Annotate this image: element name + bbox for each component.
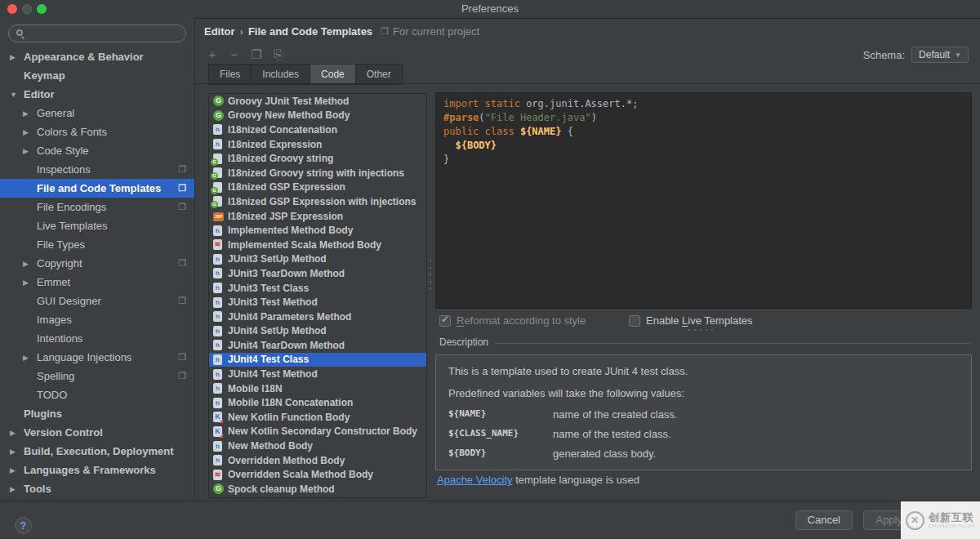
template-list-item[interactable]: Spock cleanup Method <box>209 482 426 497</box>
vertical-splitter-handle[interactable] <box>428 260 433 289</box>
template-list-item[interactable]: I18nized GSP Expression <box>209 180 426 195</box>
chevron-right-icon[interactable]: ▶ <box>23 260 37 268</box>
sidebar-item-code-style[interactable]: ▶Code Style <box>0 141 194 160</box>
template-list-item[interactable]: New Kotlin Function Body <box>209 410 426 425</box>
dialog-footer: ? Cancel Apply <box>0 501 980 539</box>
template-list-item[interactable]: I18nized Groovy string <box>209 151 426 166</box>
template-list-item[interactable]: JUnit4 Test Method <box>209 367 426 381</box>
sidebar-item-images[interactable]: Images <box>0 310 194 329</box>
template-list-item[interactable]: New Method Body <box>209 439 426 453</box>
template-list-item[interactable]: JUnit3 Test Class <box>209 281 426 296</box>
sidebar-item-spelling[interactable]: Spelling❐ <box>0 367 194 385</box>
tab-other[interactable]: Other <box>355 64 403 85</box>
kotlin-file-icon <box>213 412 222 422</box>
template-list-item-selected[interactable]: JUnit4 Test Class <box>209 353 426 368</box>
chevron-right-icon[interactable]: ▶ <box>23 354 37 362</box>
live-templates-checkbox[interactable]: Enable Live Templates <box>629 314 753 327</box>
template-list-item[interactable]: JUnit4 SetUp Method <box>209 324 426 339</box>
sidebar-item-file-encodings[interactable]: File Encodings❐ <box>0 198 194 216</box>
sidebar-item-colors-fonts[interactable]: ▶Colors & Fonts <box>0 122 194 141</box>
sidebar-item-languages-frameworks[interactable]: ▶Languages & Frameworks <box>0 461 194 479</box>
chevron-right-icon[interactable]: ▶ <box>10 448 24 456</box>
checkbox-checked-icon[interactable]: ✓ <box>439 315 451 327</box>
apache-velocity-link[interactable]: Apache Velocity <box>437 474 513 486</box>
template-editor[interactable]: import static org.junit.Assert.*; #parse… <box>435 92 972 309</box>
template-list-item[interactable]: JUnit4 Parameters Method <box>209 310 426 324</box>
reset-template-icon[interactable]: ⎘ <box>272 47 285 62</box>
sidebar-item-build-execution-deployment[interactable]: ▶Build, Execution, Deployment <box>0 442 194 461</box>
tab-code[interactable]: Code <box>310 64 355 85</box>
sidebar-item-general[interactable]: ▶General <box>0 104 194 122</box>
schema-dropdown[interactable]: Default ▼ <box>911 47 969 63</box>
template-list-item[interactable]: Implemented Method Body <box>209 223 426 238</box>
chevron-right-icon[interactable]: ▶ <box>10 485 24 493</box>
sidebar-item-live-templates[interactable]: Live Templates <box>0 216 194 235</box>
breadcrumb-editor[interactable]: Editor <box>204 25 235 38</box>
tab-includes[interactable]: Includes <box>251 64 310 85</box>
watermark: ✕ 创新互联 CHUANGXIN HULIAN <box>901 501 980 539</box>
chevron-right-icon[interactable]: ▶ <box>23 278 37 287</box>
template-list-item[interactable]: New Kotlin Secondary Constructor Body <box>209 425 426 439</box>
java-file-icon <box>213 326 222 336</box>
sidebar-item-keymap[interactable]: Keymap <box>0 66 194 85</box>
template-list-item[interactable]: I18nized Concatenation <box>209 122 426 137</box>
sidebar-item-plugins[interactable]: Plugins <box>0 404 194 423</box>
groovy-icon <box>213 110 224 121</box>
sidebar-item-tools[interactable]: ▶Tools <box>0 479 194 498</box>
sidebar-item-gui-designer[interactable]: GUI Designer❐ <box>0 292 194 310</box>
chevron-right-icon[interactable]: ▶ <box>23 109 37 118</box>
template-list-item[interactable]: Groovy JUnit Test Method <box>209 94 426 109</box>
template-list-item[interactable]: Overridden Scala Method Body <box>209 467 426 482</box>
shared-settings-icon: ❐ <box>178 202 186 212</box>
template-list-item[interactable]: Mobile I18N <box>209 381 426 396</box>
chevron-right-icon[interactable]: ▶ <box>23 147 37 155</box>
checkbox-unchecked-icon[interactable] <box>629 315 640 327</box>
sidebar-item-file-and-code-templates[interactable]: File and Code Templates❐ <box>0 179 194 198</box>
description-panel: This is a template used to create JUnit … <box>435 354 972 470</box>
template-list-item[interactable]: I18nized Expression <box>209 137 426 152</box>
sidebar-item-emmet[interactable]: ▶Emmet <box>0 273 194 292</box>
sidebar-item-intentions[interactable]: Intentions <box>0 329 194 348</box>
chevron-right-icon[interactable]: ▶ <box>23 128 37 136</box>
sidebar-item-file-types[interactable]: File Types <box>0 235 194 254</box>
chevron-right-icon[interactable]: ▶ <box>10 466 24 474</box>
sidebar-item-appearance-behavior[interactable]: ▶Appearance & Behavior <box>0 47 194 66</box>
sidebar-item-editor[interactable]: ▼Editor <box>0 85 194 104</box>
java-file-icon <box>213 254 222 265</box>
cancel-button[interactable]: Cancel <box>795 510 853 530</box>
template-list-item[interactable]: Overridden Method Body <box>209 453 426 468</box>
template-list-item[interactable]: I18nized GSP Expression with injections <box>209 194 426 209</box>
java-file-icon <box>213 369 222 380</box>
settings-search-box[interactable] <box>8 24 186 42</box>
chevron-right-icon[interactable]: ▶ <box>10 429 24 437</box>
template-list-item[interactable]: JUnit3 TearDown Method <box>209 266 426 281</box>
description-line: This is a template used to create JUnit … <box>448 365 959 377</box>
sidebar-item-inspections[interactable]: Inspections❐ <box>0 160 194 179</box>
tab-files[interactable]: Files <box>208 64 251 85</box>
remove-template-icon[interactable]: − <box>228 47 241 62</box>
search-input[interactable] <box>29 26 179 42</box>
horizontal-splitter-handle[interactable] <box>688 327 713 332</box>
template-list-item[interactable]: I18nized Groovy string with injections <box>209 166 426 180</box>
live-templates-label: Enable Live Templates <box>646 314 753 327</box>
sidebar-item-version-control[interactable]: ▶Version Control <box>0 423 194 442</box>
schema-row: Schema: Default ▼ <box>863 47 969 63</box>
chevron-down-icon[interactable]: ▼ <box>10 91 24 99</box>
template-list-item[interactable]: JUnit3 SetUp Method <box>209 252 426 267</box>
groovy-file-icon <box>213 167 222 178</box>
template-list-item[interactable]: Mobile I18N Concatenation <box>209 395 426 410</box>
groovy-icon <box>213 483 224 494</box>
copy-template-icon[interactable]: ❐ <box>250 47 263 62</box>
sidebar-item-todo[interactable]: TODO <box>0 385 194 404</box>
sidebar-item-language-injections[interactable]: ▶Language Injections❐ <box>0 348 194 367</box>
template-list-item[interactable]: Implemented Scala Method Body <box>209 238 426 252</box>
template-list-item[interactable]: Groovy New Method Body <box>209 109 426 123</box>
add-template-icon[interactable]: + <box>206 47 219 62</box>
reformat-checkbox[interactable]: ✓ Reformat according to style <box>439 314 586 327</box>
sidebar-item-copyright[interactable]: ▶Copyright❐ <box>0 254 194 273</box>
template-list-item[interactable]: I18nized JSP Expression <box>209 209 426 224</box>
template-list-item[interactable]: JUnit3 Test Method <box>209 295 426 310</box>
template-list-item[interactable]: JUnit4 TearDown Method <box>209 338 426 353</box>
chevron-right-icon[interactable]: ▶ <box>10 53 24 61</box>
help-button[interactable]: ? <box>15 517 32 534</box>
